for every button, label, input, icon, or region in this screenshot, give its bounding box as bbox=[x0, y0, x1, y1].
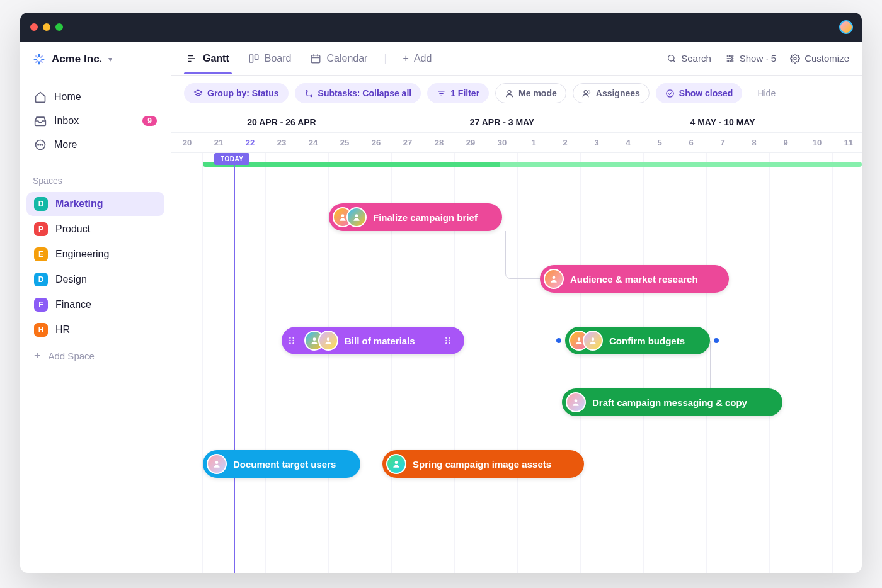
showclosed-pill[interactable]: Show closed bbox=[656, 83, 743, 103]
svg-point-40 bbox=[341, 214, 345, 217]
hide-button[interactable]: Hide bbox=[752, 88, 781, 98]
svg-point-43 bbox=[289, 337, 291, 339]
svg-point-11 bbox=[42, 144, 43, 145]
space-badge-icon: F bbox=[34, 298, 48, 312]
space-label: Marketing bbox=[55, 198, 103, 210]
svg-rect-16 bbox=[255, 55, 258, 60]
assignees-pill[interactable]: Assignees bbox=[573, 83, 650, 103]
space-item-hr[interactable]: HHR bbox=[26, 318, 164, 342]
task-bar-draft-messaging[interactable]: Draft campaign messaging & copy bbox=[562, 388, 782, 416]
svg-point-45 bbox=[289, 340, 291, 342]
space-item-product[interactable]: PProduct bbox=[26, 217, 164, 241]
svg-line-6 bbox=[36, 61, 37, 62]
day-cell[interactable]: 8 bbox=[738, 133, 770, 152]
svg-line-22 bbox=[673, 60, 675, 62]
day-cell[interactable]: 10 bbox=[801, 133, 833, 152]
svg-point-50 bbox=[327, 337, 330, 341]
svg-point-60 bbox=[215, 461, 219, 464]
space-badge-icon: P bbox=[34, 222, 48, 236]
day-cell[interactable]: 7 bbox=[707, 133, 738, 152]
spaces-list: DMarketingPProductEEngineeringDDesignFFi… bbox=[20, 191, 171, 343]
nav-list: Home Inbox 9 More bbox=[20, 77, 171, 164]
svg-point-26 bbox=[728, 55, 730, 57]
pill-label: Me mode bbox=[518, 88, 557, 98]
task-label: Confirm budgets bbox=[609, 336, 685, 346]
timeline-body[interactable]: TODAY Finalize campaign briefAudience & … bbox=[171, 153, 862, 573]
tab-gantt[interactable]: Gantt bbox=[184, 43, 232, 74]
spaces-heading: Spaces bbox=[20, 164, 171, 191]
window-controls bbox=[30, 23, 63, 31]
maximize-window-icon[interactable] bbox=[55, 23, 63, 31]
today-badge: TODAY bbox=[214, 153, 249, 165]
avatar-icon bbox=[318, 331, 338, 351]
svg-point-57 bbox=[578, 337, 581, 341]
minimize-window-icon[interactable] bbox=[43, 23, 50, 31]
subtasks-pill[interactable]: Subtasks: Collapse all bbox=[295, 83, 421, 103]
dependency-handle-icon[interactable] bbox=[714, 338, 719, 343]
task-bar-audience-research[interactable]: Audience & market research bbox=[540, 265, 729, 293]
close-window-icon[interactable] bbox=[30, 23, 38, 31]
nav-home[interactable]: Home bbox=[26, 85, 164, 109]
space-item-marketing[interactable]: DMarketing bbox=[26, 192, 164, 216]
day-cell[interactable]: 26 bbox=[360, 133, 392, 152]
subtask-icon bbox=[304, 89, 314, 98]
task-bar-doc-users[interactable]: Document target users bbox=[203, 450, 360, 478]
space-item-finance[interactable]: FFinance bbox=[26, 293, 164, 317]
task-bar-confirm-budgets[interactable]: Confirm budgets bbox=[565, 327, 710, 354]
day-cell[interactable]: 1 bbox=[518, 133, 549, 152]
drag-grip-icon[interactable] bbox=[442, 336, 454, 345]
day-cell[interactable]: 21 bbox=[203, 133, 234, 152]
day-cell[interactable]: 5 bbox=[644, 133, 675, 152]
day-cell[interactable]: 24 bbox=[297, 133, 329, 152]
memode-pill[interactable]: Me mode bbox=[495, 83, 566, 103]
drag-grip-icon[interactable] bbox=[285, 336, 298, 345]
nav-more[interactable]: More bbox=[26, 133, 164, 157]
day-cell[interactable]: 28 bbox=[423, 133, 455, 152]
current-user-avatar[interactable] bbox=[839, 20, 853, 34]
task-bar-bill-materials[interactable]: Bill of materials bbox=[282, 327, 464, 354]
add-space-button[interactable]: + Add Space bbox=[20, 343, 171, 369]
groupby-pill[interactable]: Group by: Status bbox=[184, 83, 289, 103]
task-bar-spring-assets[interactable]: Spring campaign image assets bbox=[382, 450, 584, 478]
day-cell[interactable]: 11 bbox=[833, 133, 862, 152]
task-label: Bill of materials bbox=[345, 336, 415, 346]
svg-point-59 bbox=[575, 399, 578, 402]
filter-bar: Group by: Status Subtasks: Collapse all … bbox=[171, 76, 862, 111]
svg-point-28 bbox=[728, 60, 730, 62]
day-cell[interactable]: 9 bbox=[770, 133, 801, 152]
day-cell[interactable]: 20 bbox=[171, 133, 203, 152]
nav-inbox[interactable]: Inbox 9 bbox=[26, 109, 164, 133]
customize-button[interactable]: Customize bbox=[790, 53, 849, 64]
space-badge-icon: H bbox=[34, 323, 48, 337]
show-button[interactable]: Show · 5 bbox=[725, 53, 776, 64]
customize-label: Customize bbox=[805, 53, 849, 64]
svg-point-10 bbox=[40, 144, 41, 145]
day-cell[interactable]: 25 bbox=[329, 133, 360, 152]
assignee-avatars bbox=[333, 207, 367, 227]
dependency-handle-icon[interactable] bbox=[556, 338, 561, 343]
inbox-badge: 9 bbox=[142, 116, 157, 126]
svg-point-56 bbox=[449, 342, 450, 344]
days-header: 2021222324252627282930123456789101112 bbox=[171, 133, 862, 153]
space-item-design[interactable]: DDesign bbox=[26, 268, 164, 291]
tab-calendar[interactable]: Calendar bbox=[307, 43, 370, 74]
tab-board[interactable]: Board bbox=[246, 43, 294, 74]
day-cell[interactable]: 2 bbox=[549, 133, 581, 152]
day-cell[interactable]: 6 bbox=[675, 133, 707, 152]
task-bar-finalize-brief[interactable]: Finalize campaign brief bbox=[329, 203, 502, 231]
tab-add-view[interactable]: + Add bbox=[401, 43, 435, 74]
svg-point-61 bbox=[395, 461, 398, 464]
task-label: Finalize campaign brief bbox=[373, 212, 478, 223]
day-cell[interactable]: 30 bbox=[486, 133, 518, 152]
search-button[interactable]: Search bbox=[667, 53, 711, 64]
day-cell[interactable]: 23 bbox=[266, 133, 297, 152]
day-cell[interactable]: 22 bbox=[234, 133, 266, 152]
space-item-engineering[interactable]: EEngineering bbox=[26, 242, 164, 266]
filter-pill[interactable]: 1 Filter bbox=[427, 83, 489, 103]
workspace-switcher[interactable]: Acme Inc. ▾ bbox=[20, 42, 171, 77]
svg-point-51 bbox=[445, 337, 447, 339]
day-cell[interactable]: 3 bbox=[581, 133, 612, 152]
day-cell[interactable]: 4 bbox=[612, 133, 644, 152]
day-cell[interactable]: 29 bbox=[455, 133, 486, 152]
day-cell[interactable]: 27 bbox=[392, 133, 423, 152]
